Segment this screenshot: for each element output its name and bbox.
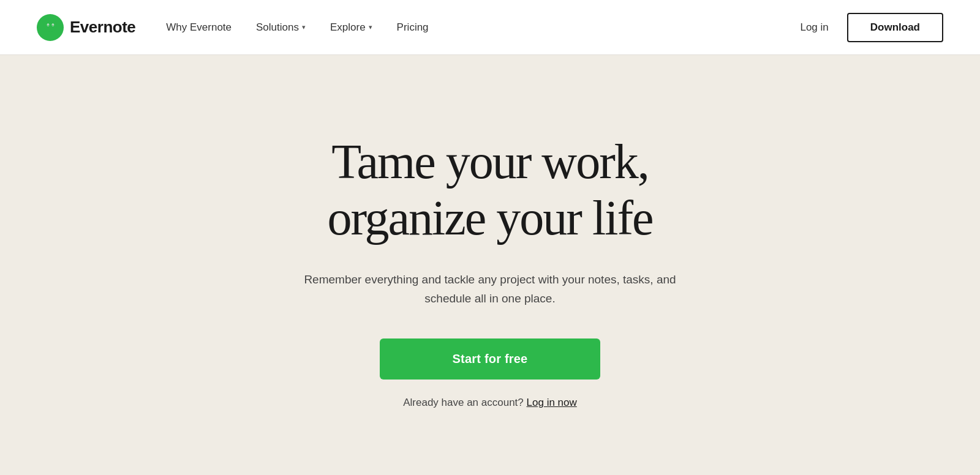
nav-solutions[interactable]: Solutions ▾ bbox=[256, 21, 306, 34]
start-for-free-button[interactable]: Start for free bbox=[380, 338, 600, 380]
nav-links: Why Evernote Solutions ▾ Explore ▾ Prici… bbox=[166, 21, 800, 34]
svg-point-3 bbox=[48, 24, 49, 25]
nav-actions: Log in Download bbox=[800, 13, 943, 42]
login-link[interactable]: Log in bbox=[800, 21, 828, 34]
nav-why-evernote[interactable]: Why Evernote bbox=[166, 21, 232, 34]
login-now-link[interactable]: Log in now bbox=[527, 397, 577, 408]
nav-explore[interactable]: Explore ▾ bbox=[330, 21, 372, 34]
nav-pricing[interactable]: Pricing bbox=[397, 21, 429, 34]
navbar: Evernote Why Evernote Solutions ▾ Explor… bbox=[0, 0, 980, 55]
evernote-logo-icon bbox=[37, 14, 64, 41]
explore-chevron-icon: ▾ bbox=[369, 23, 372, 31]
solutions-chevron-icon: ▾ bbox=[302, 23, 306, 31]
download-button[interactable]: Download bbox=[847, 13, 943, 42]
hero-section: Tame your work, organize your life Remem… bbox=[0, 55, 980, 475]
already-account-text: Already have an account? Log in now bbox=[403, 397, 577, 409]
brand-logo-link[interactable]: Evernote bbox=[37, 14, 135, 41]
svg-point-4 bbox=[53, 24, 54, 25]
brand-name: Evernote bbox=[70, 18, 135, 37]
hero-title: Tame your work, organize your life bbox=[327, 133, 652, 246]
hero-subtitle: Remember everything and tackle any proje… bbox=[300, 271, 680, 308]
